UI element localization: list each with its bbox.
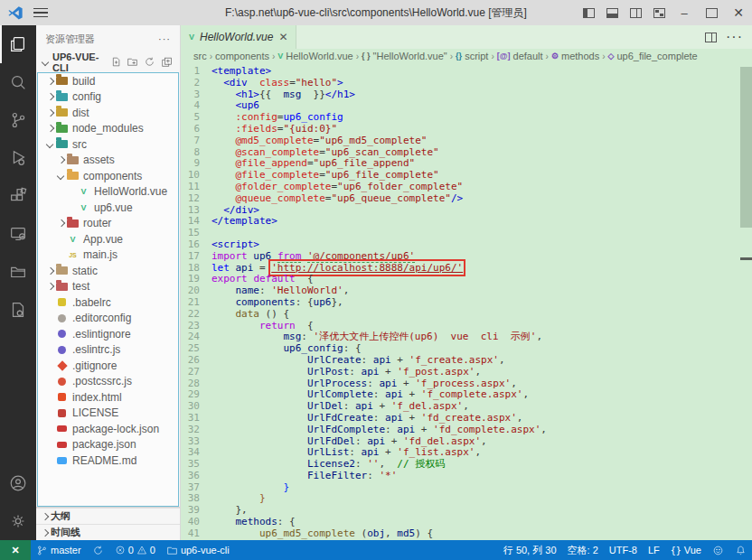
chevron-right-icon[interactable] <box>45 124 54 133</box>
breadcrumb-item-up6-file-complete[interactable]: ◇up6_file_complete <box>608 51 698 61</box>
folder-icon <box>56 125 68 133</box>
tab-close-icon[interactable]: ✕ <box>278 31 287 43</box>
customize-layout-icon[interactable] <box>647 0 671 25</box>
breadcrumb-separator: › <box>450 51 453 61</box>
account-icon[interactable] <box>0 464 36 502</box>
tree-item-helloworld-vue[interactable]: VHelloWorld.vue <box>38 184 178 201</box>
tree-item-assets[interactable]: assets <box>38 153 178 169</box>
tree-item-test[interactable]: test <box>38 279 178 295</box>
close-button[interactable]: ✕ <box>725 0 752 25</box>
chevron-down-icon[interactable] <box>45 140 54 149</box>
status-problems[interactable]: 00 <box>109 540 161 560</box>
code-line-15[interactable]: 15 <box>181 228 752 239</box>
chevron-down-icon[interactable] <box>56 172 65 181</box>
tree-item-dist[interactable]: dist <box>38 105 178 121</box>
editor-scrollbar[interactable] <box>740 67 752 228</box>
line-number: 16 <box>181 239 212 251</box>
tree-item-package-json[interactable]: package.json <box>38 437 178 453</box>
status-feedback[interactable] <box>707 540 729 560</box>
tree-item-package-lock-json[interactable]: package-lock.json <box>38 421 178 437</box>
tree-item--editorconfig[interactable]: .editorconfig <box>38 311 178 327</box>
status-encoding[interactable]: UTF-8 <box>604 540 643 560</box>
editor-more-actions-icon[interactable]: ··· <box>726 29 743 45</box>
code-line-37[interactable]: 37 } <box>181 482 752 494</box>
status-workspace[interactable]: up6-vue-cli <box>161 540 235 560</box>
tree-item--gitignore[interactable]: .gitignore <box>38 358 178 374</box>
status-cursor-position[interactable]: 行 50, 列 30 <box>498 540 562 560</box>
chevron-right-icon[interactable] <box>45 282 54 291</box>
extensions-icon[interactable] <box>0 177 36 215</box>
chevron-right-icon[interactable] <box>45 108 54 117</box>
sidebar-panel-时间线[interactable]: 时间线 <box>36 524 180 540</box>
breadcrumb-item-script[interactable]: {}script <box>456 51 488 61</box>
chevron-right-icon[interactable] <box>45 92 54 101</box>
status-indentation[interactable]: 空格: 2 <box>562 540 604 560</box>
chevron-right-icon[interactable] <box>56 155 65 164</box>
new-folder-icon[interactable] <box>127 56 138 70</box>
tree-item--postcssrc-js[interactable]: .postcssrc.js <box>38 374 178 390</box>
tree-item-up6-vue[interactable]: Vup6.vue <box>38 200 178 216</box>
project-folder-icon[interactable] <box>0 253 36 291</box>
minimize-button[interactable]: – <box>671 0 698 25</box>
tree-item-build[interactable]: build <box>38 73 178 89</box>
status-branch[interactable]: master <box>31 540 87 560</box>
chevron-right-icon[interactable] <box>45 77 54 86</box>
file-tree: buildconfigdistnode_modulessrcassetscomp… <box>37 72 179 507</box>
chevron-right-icon[interactable] <box>45 266 54 275</box>
code-editor[interactable]: 1<template>2 <div class="hello">3 <h1>{{… <box>181 63 752 540</box>
tree-item--babelrc[interactable]: .babelrc <box>38 294 178 311</box>
search-icon[interactable] <box>0 63 36 101</box>
workspace-section-header[interactable]: UP6-VUE-CLI <box>36 52 180 72</box>
maximize-button[interactable] <box>698 0 725 25</box>
status-notifications[interactable] <box>729 540 752 560</box>
settings-gear-icon[interactable] <box>0 502 36 540</box>
line-number: 32 <box>181 425 212 436</box>
toggle-panel-icon[interactable] <box>600 0 624 25</box>
tree-item-components[interactable]: components <box>38 168 178 184</box>
status-eol[interactable]: LF <box>643 540 665 560</box>
breadcrumb-separator: › <box>210 51 212 61</box>
refresh-icon[interactable] <box>144 56 155 70</box>
source-control-icon[interactable] <box>0 101 36 139</box>
collapse-all-icon[interactable] <box>161 56 173 70</box>
code-line-14[interactable]: 14</template> <box>181 216 752 228</box>
sidebar-panel-大纲[interactable]: 大纲 <box>36 508 180 524</box>
code-line-12[interactable]: 12 @queue_complete="up6_queue_complete"/… <box>181 193 752 205</box>
tree-item--eslintrc-js[interactable]: .eslintrc.js <box>38 342 178 359</box>
breadcrumb-item-src[interactable]: src <box>193 51 207 61</box>
code-line-3[interactable]: 3 <h1>{{ msg }}</h1> <box>181 89 752 101</box>
status-sync[interactable] <box>87 540 109 560</box>
chevron-right-icon[interactable] <box>56 219 65 228</box>
tree-item-config[interactable]: config <box>38 89 178 106</box>
sidebar-more-icon[interactable]: ··· <box>158 33 171 44</box>
breadcrumb-item-methods[interactable]: ⚙methods <box>551 51 599 61</box>
run-debug-icon[interactable] <box>0 139 36 177</box>
tree-item-app-vue[interactable]: VApp.vue <box>38 231 178 247</box>
tab-bar: V HelloWorld.vue ✕ ··· <box>181 25 752 49</box>
status-remote[interactable]: ✕ <box>0 540 31 560</box>
status-language-mode[interactable]: {}Vue <box>665 540 707 560</box>
explorer-icon[interactable] <box>0 25 36 63</box>
tab-helloworld-vue[interactable]: V HelloWorld.vue ✕ <box>181 25 296 49</box>
tree-item-router[interactable]: router <box>38 216 178 232</box>
toggle-secondary-sidebar-icon[interactable] <box>624 0 647 25</box>
toggle-sidebar-icon[interactable] <box>577 0 600 25</box>
file-settings-icon[interactable] <box>0 291 36 329</box>
menu-icon[interactable] <box>31 3 51 23</box>
breadcrumb-item-components[interactable]: components <box>215 51 269 61</box>
breadcrumb-item-default[interactable]: [@]default <box>497 51 543 61</box>
tree-item-main-js[interactable]: JSmain.js <box>38 247 178 264</box>
breadcrumb-item-helloworld-vue[interactable]: VHelloWorld.vue <box>277 51 352 61</box>
tree-item--eslintignore[interactable]: .eslintignore <box>38 326 178 342</box>
breadcrumb-item--helloworld-vue-[interactable]: { }"HelloWorld.vue" <box>362 51 447 61</box>
tree-item-license[interactable]: LICENSE <box>38 406 178 422</box>
split-editor-icon[interactable] <box>705 33 717 42</box>
tree-item-readme-md[interactable]: README.md <box>38 453 178 469</box>
tree-item-index-html[interactable]: index.html <box>38 389 178 406</box>
tree-item-static[interactable]: static <box>38 263 178 279</box>
new-file-icon[interactable] <box>109 56 121 70</box>
remote-explorer-icon[interactable] <box>0 215 36 253</box>
tree-item-src[interactable]: src <box>38 136 178 153</box>
code-line-38[interactable]: 38 } <box>181 493 752 505</box>
tree-item-node-modules[interactable]: node_modules <box>38 121 178 137</box>
